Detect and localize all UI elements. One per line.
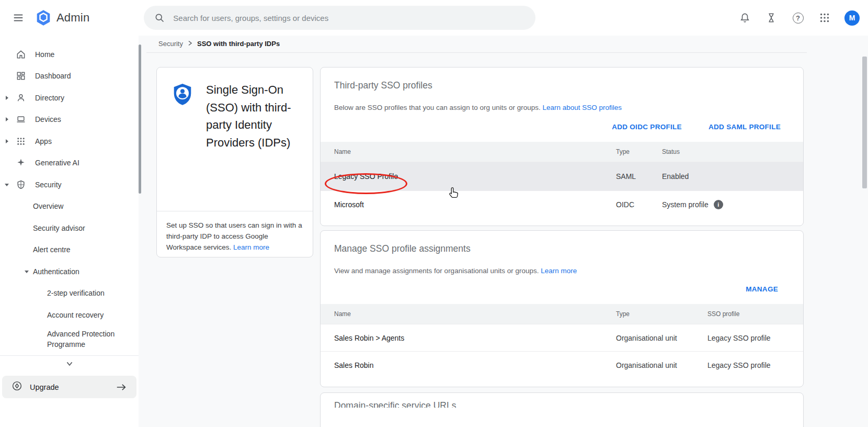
column-header-name: Name xyxy=(334,148,616,155)
third-party-sso-profiles-card: Third-party SSO profiles Below are SSO p… xyxy=(320,67,804,226)
apps-grid-icon[interactable] xyxy=(818,11,831,25)
notifications-bell-icon[interactable] xyxy=(738,11,751,25)
column-header-sso-profile: SSO profile xyxy=(707,310,803,318)
apps-icon xyxy=(16,136,26,147)
add-oidc-profile-button[interactable]: ADD OIDC PROFILE xyxy=(612,123,682,131)
assignments-learn-more-link[interactable]: Learn more xyxy=(541,267,577,275)
column-header-type: Type xyxy=(616,310,707,318)
sidebar-item-authentication[interactable]: Authentication xyxy=(0,261,139,283)
sidebar-item-devices[interactable]: Devices xyxy=(0,109,139,131)
sidebar-item-label: 2-step verification xyxy=(47,289,105,297)
sidebar-item-security[interactable]: Security xyxy=(0,174,139,196)
cell-name[interactable]: Microsoft xyxy=(334,200,616,209)
table-row-sales-robin-agents[interactable]: Sales Robin > Agents Organisational unit… xyxy=(321,324,803,351)
info-icon[interactable]: i xyxy=(714,200,723,209)
topbar: Admin ? M xyxy=(0,0,868,36)
hamburger-menu-icon[interactable] xyxy=(12,11,25,25)
main-scrollbar[interactable] xyxy=(862,57,867,188)
manage-assignments-card: Manage SSO profile assignments View and … xyxy=(320,230,804,387)
table-row-sales-robin[interactable]: Sales Robin Organisational unit Legacy S… xyxy=(321,351,803,378)
add-saml-profile-button[interactable]: ADD SAML PROFILE xyxy=(709,123,781,131)
cell-status: Enabled xyxy=(662,172,803,181)
upgrade-button[interactable]: Upgrade xyxy=(2,376,136,398)
sidebar-item-label: Dashboard xyxy=(35,72,71,80)
sidebar-item-label: Devices xyxy=(35,115,61,123)
sidebar-item-2-step-verification[interactable]: 2-step verification xyxy=(0,283,139,305)
brand-title: Admin xyxy=(56,11,89,25)
assignments-description-text: View and manage assignments for organisa… xyxy=(334,267,539,275)
arrow-right-icon xyxy=(116,383,127,392)
admin-logo xyxy=(36,9,51,26)
expand-right-icon[interactable] xyxy=(6,139,8,143)
expand-right-icon[interactable] xyxy=(6,117,8,121)
assignments-card-title: Manage SSO profile assignments xyxy=(321,231,803,254)
cell-name[interactable]: Legacy SSO Profile xyxy=(334,172,616,181)
sparkle-icon xyxy=(16,158,26,168)
info-card-description: Set up SSO so that users can sign in wit… xyxy=(157,211,313,261)
info-glyph: i xyxy=(717,201,719,208)
info-learn-more-link[interactable]: Learn more xyxy=(233,243,269,251)
sidebar-collapse-chevron[interactable] xyxy=(0,360,139,368)
help-icon[interactable]: ? xyxy=(791,11,805,25)
sidebar-item-label: Authentication xyxy=(33,267,79,276)
upgrade-badge-icon xyxy=(12,380,22,394)
sidebar-item-home[interactable]: Home xyxy=(0,43,139,65)
sidebar-item-label: Home xyxy=(35,50,54,59)
table-row-legacy-sso-profile[interactable]: Legacy SSO Profile SAML Enabled xyxy=(321,162,803,190)
breadcrumb-parent[interactable]: Security xyxy=(158,40,183,48)
sidebar-item-security-advisor[interactable]: Security advisor xyxy=(0,217,139,239)
hourglass-icon[interactable] xyxy=(764,11,778,25)
table-row-microsoft[interactable]: Microsoft OIDC System profile i xyxy=(321,190,803,218)
cell-type: Organisational unit xyxy=(616,361,707,369)
person-icon xyxy=(16,93,26,103)
cell-type: Organisational unit xyxy=(616,334,707,342)
sidebar-item-apps[interactable]: Apps xyxy=(0,130,139,152)
assignments-card-description: View and manage assignments for organisa… xyxy=(321,267,803,275)
sso-info-card: Single Sign-On (SSO) with third-party Id… xyxy=(156,67,313,257)
expand-right-icon[interactable] xyxy=(6,96,8,100)
sidebar-item-label: Directory xyxy=(35,94,64,102)
sidebar-item-account-recovery[interactable]: Account recovery xyxy=(0,304,139,326)
domain-specific-service-urls-card: Domain-specific service URLs xyxy=(320,392,804,427)
expand-down-icon[interactable] xyxy=(5,184,9,186)
search-input[interactable] xyxy=(165,14,535,23)
sidebar-item-label: Advanced Protection Programme xyxy=(47,329,125,350)
search-icon xyxy=(154,13,165,23)
sidebar: Home Dashboard Directory Devices xyxy=(0,36,139,427)
cell-name[interactable]: Sales Robin > Agents xyxy=(334,334,616,342)
sidebar-item-directory[interactable]: Directory xyxy=(0,87,139,109)
cell-sso-profile: Legacy SSO profile xyxy=(707,361,803,369)
devices-icon xyxy=(16,114,26,125)
column-header-type: Type xyxy=(616,148,662,155)
upgrade-label: Upgrade xyxy=(30,383,59,391)
sidebar-item-advanced-protection[interactable]: Advanced Protection Programme xyxy=(0,326,139,352)
sso-shield-person-icon xyxy=(170,82,195,109)
sidebar-item-overview[interactable]: Overview xyxy=(0,196,139,218)
expand-down-icon[interactable] xyxy=(25,271,29,273)
manage-button[interactable]: MANAGE xyxy=(746,283,778,295)
sidebar-item-label: Generative AI xyxy=(35,159,79,167)
dashboard-icon xyxy=(16,71,26,81)
cell-sso-profile: Legacy SSO profile xyxy=(707,334,803,342)
column-header-name: Name xyxy=(334,310,616,318)
column-header-status: Status xyxy=(662,148,803,155)
sidebar-item-label: Apps xyxy=(35,137,52,145)
sidebar-item-label: Security xyxy=(35,181,62,189)
global-search[interactable] xyxy=(144,6,535,30)
sidebar-item-dashboard[interactable]: Dashboard xyxy=(0,65,139,87)
profiles-table-header: Name Type Status xyxy=(321,142,803,162)
sidebar-scrollbar[interactable] xyxy=(139,44,141,194)
profiles-card-description: Below are SSO profiles that you can assi… xyxy=(321,104,803,111)
learn-about-sso-profiles-link[interactable]: Learn about SSO profiles xyxy=(542,104,622,111)
sidebar-divider xyxy=(0,355,139,356)
sidebar-item-alert-centre[interactable]: Alert centre xyxy=(0,239,139,261)
profiles-card-title: Third-party SSO profiles xyxy=(321,68,803,91)
sidebar-item-label: Security advisor xyxy=(33,224,85,232)
avatar[interactable]: M xyxy=(844,10,860,26)
sidebar-item-generative-ai[interactable]: Generative AI xyxy=(0,152,139,174)
breadcrumb: Security SSO with third-party IDPs xyxy=(158,40,280,48)
assignments-table-header: Name Type SSO profile xyxy=(321,304,803,324)
home-icon xyxy=(16,49,26,60)
cell-name[interactable]: Sales Robin xyxy=(334,361,616,369)
sidebar-item-label: Overview xyxy=(33,202,63,210)
